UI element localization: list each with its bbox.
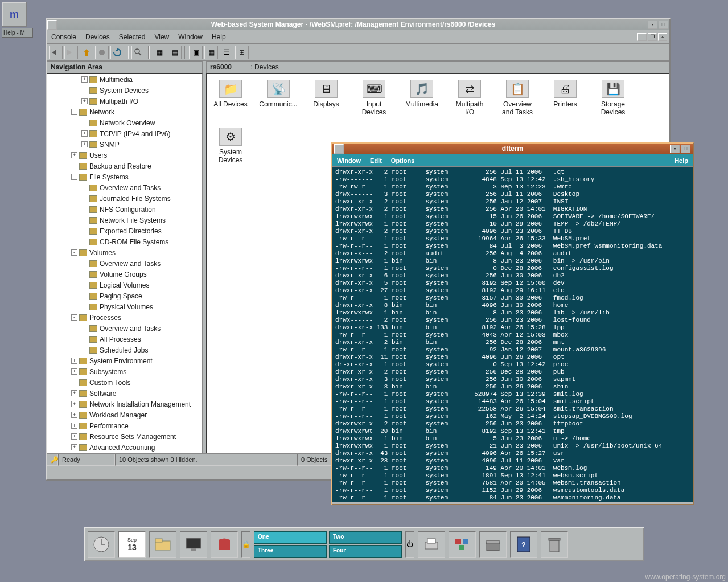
nav-tree[interactable]: +MultimediaSystem Devices+Multipath I/O-…: [47, 73, 203, 453]
tree-item[interactable]: +Network Installation Management: [47, 399, 202, 409]
panel-lock-icon[interactable]: 🔒: [241, 531, 250, 558]
device-icon-item[interactable]: 📡Communic...: [260, 80, 297, 116]
style-icon[interactable]: [449, 531, 476, 558]
tree-item[interactable]: CD-ROM File Systems: [47, 236, 202, 247]
mail-icon[interactable]: [211, 531, 238, 558]
workspace-three[interactable]: Three: [254, 545, 327, 558]
tree-item[interactable]: Paging Space: [47, 290, 202, 301]
expand-toggle-icon[interactable]: +: [71, 423, 77, 429]
expand-toggle-icon[interactable]: +: [71, 401, 77, 407]
cascade-button[interactable]: ▤: [168, 46, 182, 59]
tree-item[interactable]: Exported Directories: [47, 226, 202, 236]
device-icon-item[interactable]: ⇄Multipath I/O: [451, 80, 488, 116]
tree-item[interactable]: Overview and Tasks: [47, 258, 202, 269]
expand-toggle-icon[interactable]: +: [71, 412, 77, 418]
tree-item[interactable]: Logical Volumes: [47, 280, 202, 290]
expand-toggle-icon[interactable]: +: [81, 98, 88, 104]
menu-help[interactable]: Help: [207, 31, 231, 43]
workspace-two[interactable]: Two: [329, 531, 402, 544]
menu-edit[interactable]: Edit: [365, 155, 386, 166]
minimize-button[interactable]: ▪: [648, 21, 657, 29]
device-icon-item[interactable]: 🖥Displays: [308, 80, 344, 116]
tree-item[interactable]: +Multimedia: [47, 74, 202, 85]
device-icon-item[interactable]: 📁All Devices: [212, 80, 249, 116]
websm-titlebar[interactable]: Web-based System Manager - /WebSM.pref: …: [47, 19, 669, 30]
device-icon-item[interactable]: 📋Overview and Tasks: [499, 80, 536, 116]
minimize-button[interactable]: ▪: [670, 145, 680, 153]
tree-item[interactable]: +SNMP: [47, 139, 202, 150]
expand-toggle-icon[interactable]: +: [81, 141, 88, 147]
mdi-close-icon[interactable]: ×: [658, 33, 667, 41]
menu-devices[interactable]: Devices: [81, 31, 114, 43]
window-menu-icon[interactable]: [47, 20, 57, 30]
tree-item[interactable]: Physical Volumes: [47, 301, 202, 312]
find-button[interactable]: [131, 46, 145, 59]
tree-item[interactable]: Overview and Tasks: [47, 323, 202, 334]
expand-toggle-icon[interactable]: +: [81, 76, 88, 83]
workspace-four[interactable]: Four: [329, 545, 402, 558]
tree-item[interactable]: Journaled File Systems: [47, 193, 202, 204]
tree-item[interactable]: System Devices: [47, 85, 202, 96]
tree-item[interactable]: +Users: [47, 150, 202, 161]
forward-button[interactable]: [64, 46, 78, 59]
device-icon-item[interactable]: ⌨Input Devices: [356, 80, 392, 116]
filemanager-icon[interactable]: [149, 531, 176, 558]
expand-toggle-icon[interactable]: +: [71, 358, 77, 364]
tree-item[interactable]: +Advanced Accounting: [47, 442, 202, 453]
device-icon-item[interactable]: ⚙System Devices: [212, 128, 249, 164]
menu-window[interactable]: Window: [332, 155, 365, 166]
help-app-icon[interactable]: m: [2, 2, 27, 27]
tree-item[interactable]: -File Systems: [47, 171, 202, 182]
tree-item[interactable]: Scheduled Jobs: [47, 345, 202, 355]
menu-help[interactable]: Help: [670, 155, 693, 166]
tree-item[interactable]: +System Environment: [47, 355, 202, 366]
tree-item[interactable]: Overview and Tasks: [47, 182, 202, 193]
expand-toggle-icon[interactable]: +: [71, 152, 77, 158]
tree-item[interactable]: Volume Groups: [47, 269, 202, 280]
clock-icon[interactable]: [88, 531, 115, 558]
tree-item[interactable]: -Volumes: [47, 247, 202, 258]
large-icons-button[interactable]: ▣: [189, 46, 203, 59]
stop-button[interactable]: [95, 46, 109, 59]
tree-item[interactable]: +Subsystems: [47, 366, 202, 377]
trash-icon[interactable]: [541, 531, 568, 558]
terminal-output[interactable]: drwxr-xr-x 2 root system 256 Jul 11 2006…: [332, 167, 693, 502]
tree-item[interactable]: NFS Configuration: [47, 204, 202, 215]
tree-item[interactable]: Custom Tools: [47, 377, 202, 388]
expand-toggle-icon[interactable]: -: [71, 249, 77, 256]
tree-item[interactable]: +Resource Sets Management: [47, 431, 202, 442]
workspace-one[interactable]: One: [254, 531, 327, 544]
device-icon-item[interactable]: 💾Storage Devices: [595, 80, 631, 116]
expand-toggle-icon[interactable]: -: [71, 314, 77, 321]
toolbox-icon[interactable]: [479, 531, 507, 558]
tree-item[interactable]: +Multipath I/O: [47, 96, 202, 106]
tree-item[interactable]: All Processes: [47, 334, 202, 345]
menu-selected[interactable]: Selected: [114, 31, 150, 43]
back-button[interactable]: [49, 46, 63, 59]
tree-item[interactable]: Network Overview: [47, 117, 202, 128]
scope-button[interactable]: ▦: [153, 46, 166, 59]
expand-toggle-icon[interactable]: -: [71, 109, 77, 115]
tree-item[interactable]: -Network: [47, 106, 202, 117]
help-icon[interactable]: ?: [510, 531, 537, 558]
tree-item[interactable]: Backup and Restore: [47, 161, 202, 171]
expand-toggle-icon[interactable]: +: [71, 433, 77, 440]
mdi-minimize-icon[interactable]: _: [637, 33, 647, 41]
device-icon-item[interactable]: 🖨Printers: [547, 80, 583, 116]
mdi-restore-icon[interactable]: ❐: [648, 33, 657, 41]
window-menu-icon[interactable]: [334, 144, 344, 154]
exit-icon[interactable]: ⏻: [405, 531, 414, 558]
expand-toggle-icon[interactable]: +: [71, 444, 77, 450]
tree-item[interactable]: +TCP/IP (IPv4 and IPv6): [47, 128, 202, 139]
expand-toggle-icon[interactable]: +: [71, 368, 77, 375]
dtterm-titlebar[interactable]: dtterm ▪ □: [332, 144, 693, 154]
calendar-icon[interactable]: Sep 13: [118, 531, 146, 558]
tree-item[interactable]: -Processes: [47, 312, 202, 323]
menu-window[interactable]: Window: [174, 31, 207, 43]
printer-icon[interactable]: [418, 531, 445, 558]
tree-item[interactable]: +Workload Manager: [47, 409, 202, 420]
reload-button[interactable]: [110, 46, 124, 59]
details-button[interactable]: ☰: [220, 46, 233, 59]
maximize-button[interactable]: □: [659, 21, 668, 29]
small-icons-button[interactable]: ▦: [204, 46, 218, 59]
